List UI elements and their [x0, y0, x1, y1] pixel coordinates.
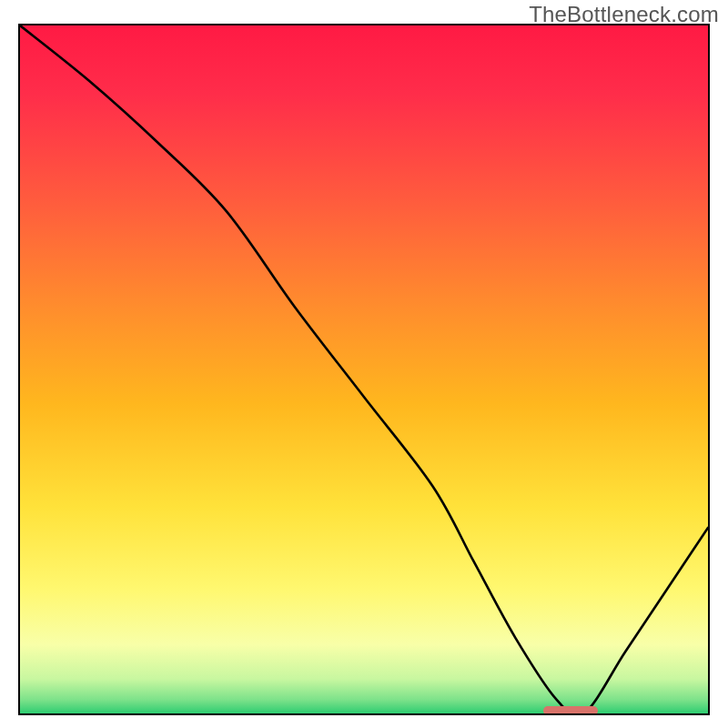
- chart-container: TheBottleneck.com: [0, 0, 728, 728]
- watermark-label: TheBottleneck.com: [529, 2, 719, 27]
- bottleneck-curve: [20, 25, 708, 713]
- optimal-point-marker: [543, 706, 598, 715]
- plot-area: [18, 24, 710, 715]
